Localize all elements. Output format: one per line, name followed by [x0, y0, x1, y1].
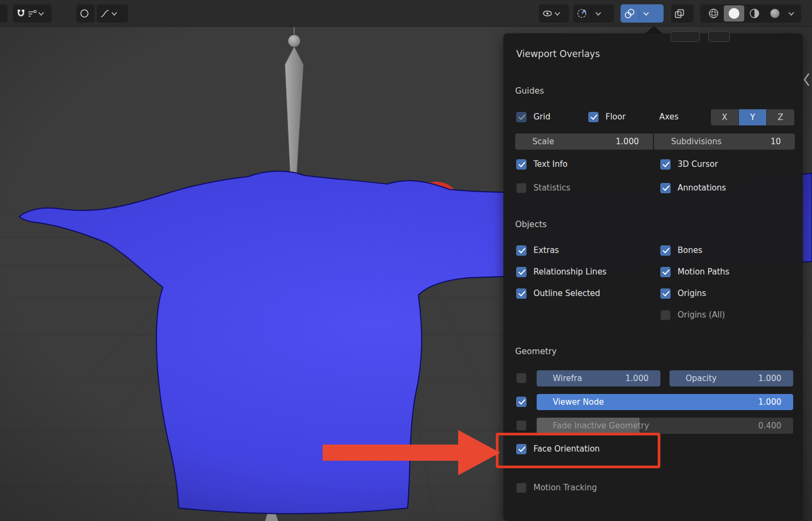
- 3d-cursor-label: 3D Cursor: [678, 159, 718, 169]
- viewer-node-label: Viewer Node: [553, 397, 604, 407]
- eye-icon: [542, 9, 553, 18]
- bones-label: Bones: [678, 245, 702, 255]
- shading-mode-group: [700, 4, 801, 23]
- magnet-icon: [16, 9, 26, 18]
- section-geometry: Geometry: [515, 347, 557, 356]
- snapping-button-group[interactable]: [13, 4, 52, 23]
- annotations-label: Annotations: [678, 183, 726, 193]
- outline-selected-label: Outline Selected: [533, 288, 600, 298]
- popover-title: Viewport Overlays: [516, 48, 600, 59]
- falloff-curve-icon: [100, 9, 110, 18]
- origins-all-checkbox[interactable]: [660, 310, 671, 320]
- wireframe-toggle-checkbox[interactable]: [516, 373, 526, 383]
- grid-checkbox[interactable]: [516, 112, 526, 122]
- fade-inactive-slider[interactable]: Fade Inactive Geometry 0.400: [537, 418, 793, 434]
- axis-z-button[interactable]: Z: [767, 109, 794, 125]
- section-objects: Objects: [515, 220, 547, 229]
- viewport-overlays-popover: Viewport Overlays Guides Grid Floor Axes…: [503, 33, 803, 521]
- face-orientation-checkbox[interactable]: [516, 444, 526, 454]
- viewer-node-slider[interactable]: Viewer Node 1.000: [537, 394, 793, 410]
- overlapping-circles-icon: [624, 9, 635, 19]
- axis-x-button[interactable]: X: [711, 109, 738, 125]
- section-guides: Guides: [515, 86, 544, 96]
- axes-toggle-group: X Y Z: [711, 109, 794, 125]
- rendered-shading-button[interactable]: [765, 5, 785, 22]
- floor-label: Floor: [606, 112, 625, 122]
- grid-scale-field[interactable]: Scale 1.000: [515, 133, 653, 150]
- blender-window: Viewport Overlays Guides Grid Floor Axes…: [0, 0, 812, 521]
- snap-increment-icon: [27, 9, 37, 18]
- axis-y-button[interactable]: Y: [739, 109, 766, 125]
- fade-inactive-label: Fade Inactive Geometry: [553, 421, 649, 431]
- proportional-editing-button[interactable]: [76, 4, 95, 23]
- statistics-label: Statistics: [533, 183, 571, 193]
- opacity-slider-label: Opacity: [686, 374, 717, 383]
- viewport-header: [0, 0, 812, 27]
- scale-label: Scale: [532, 137, 554, 146]
- partial-hidden-button[interactable]: [671, 31, 700, 42]
- extras-checkbox[interactable]: [516, 245, 526, 256]
- material-preview-shading-button[interactable]: [744, 5, 765, 22]
- divider: [591, 8, 592, 19]
- chevron-down-icon: [643, 12, 649, 16]
- show-gizmo-button[interactable]: [573, 4, 614, 23]
- fade-inactive-checkbox[interactable]: [516, 420, 526, 431]
- face-orientation-label: Face Orientation: [533, 444, 600, 454]
- grid-subdivisions-field[interactable]: Subdivisions 10: [654, 133, 795, 150]
- edge-partial-button[interactable]: [0, 4, 8, 23]
- chevron-down-icon: [111, 12, 117, 16]
- motion-tracking-checkbox[interactable]: [516, 483, 526, 493]
- grid-label: Grid: [533, 112, 550, 122]
- relationship-lines-label: Relationship Lines: [533, 267, 607, 277]
- origins-checkbox[interactable]: [660, 288, 671, 299]
- axes-label: Axes: [659, 112, 679, 122]
- wireframe-shading-icon: [708, 8, 720, 19]
- origins-label: Origins: [678, 288, 706, 298]
- motion-tracking-label: Motion Tracking: [533, 483, 597, 492]
- chevron-down-icon: [38, 12, 44, 16]
- subdivisions-label: Subdivisions: [671, 137, 722, 146]
- rendered-shading-icon: [769, 8, 781, 19]
- statistics-checkbox[interactable]: [516, 183, 526, 193]
- solid-shading-icon: [728, 7, 740, 20]
- 3d-cursor-checkbox[interactable]: [660, 159, 671, 170]
- xray-toggle-button[interactable]: [671, 4, 694, 23]
- overlapping-squares-icon: [674, 9, 685, 19]
- motion-paths-label: Motion Paths: [678, 267, 729, 277]
- proportional-falloff-dropdown[interactable]: [97, 4, 128, 23]
- chevron-down-icon: [554, 12, 560, 16]
- visibility-dropdown-button[interactable]: [539, 4, 569, 23]
- wireframe-slider-label: Wirefra: [553, 374, 582, 383]
- gizmo-arrows-icon: [576, 8, 587, 19]
- bones-checkbox[interactable]: [660, 245, 671, 256]
- solid-shading-button[interactable]: [724, 5, 744, 22]
- chevron-down-icon: [595, 12, 601, 16]
- opacity-slider-value: 1.000: [758, 374, 781, 383]
- text-info-checkbox[interactable]: [516, 159, 526, 170]
- fade-inactive-value: 0.400: [758, 421, 781, 431]
- chevron-down-icon: [788, 12, 794, 16]
- outline-selected-checkbox[interactable]: [516, 288, 526, 299]
- show-overlays-button[interactable]: [621, 4, 664, 23]
- wireframe-slider-value: 1.000: [625, 374, 649, 383]
- viewer-node-checkbox[interactable]: [516, 397, 526, 407]
- floor-checkbox[interactable]: [588, 112, 599, 122]
- subdivisions-value: 10: [771, 137, 781, 146]
- region-collapse-chevron-icon[interactable]: [802, 72, 811, 87]
- extras-label: Extras: [533, 245, 559, 255]
- scale-value: 1.000: [616, 137, 639, 146]
- wireframe-shading-button[interactable]: [703, 5, 724, 22]
- relationship-lines-checkbox[interactable]: [516, 267, 526, 277]
- origins-all-label: Origins (All): [678, 310, 725, 320]
- divider: [639, 8, 639, 19]
- proportional-editing-icon: [80, 9, 89, 18]
- popover-arrow: [645, 26, 663, 33]
- text-info-label: Text Info: [533, 159, 568, 169]
- annotations-checkbox[interactable]: [660, 183, 671, 193]
- opacity-slider[interactable]: Opacity 1.000: [669, 370, 793, 386]
- partial-hidden-button[interactable]: [708, 31, 730, 42]
- motion-paths-checkbox[interactable]: [660, 267, 671, 277]
- material-preview-shading-icon: [749, 8, 760, 19]
- viewer-node-value: 1.000: [758, 397, 781, 407]
- wireframe-slider[interactable]: Wirefra 1.000: [537, 370, 660, 386]
